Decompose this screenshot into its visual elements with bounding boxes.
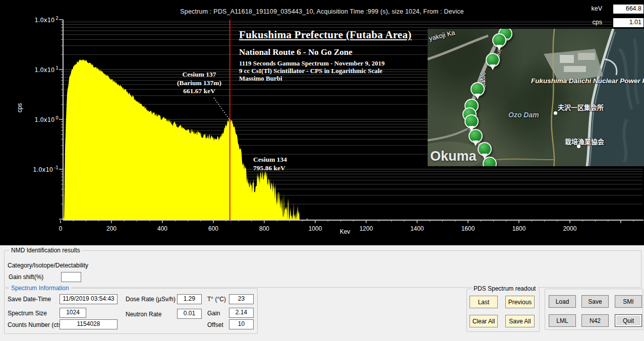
annotation-cesium134: Cesium 134 795.86 keV	[253, 156, 287, 172]
dose-rate-label: Dose Rate (µSv/h)	[126, 296, 175, 303]
control-panel: NMD Identification results Category/Isot…	[0, 245, 644, 341]
x-tick-label: 200	[100, 225, 123, 232]
counts-number-label: Counts Number (cts)	[8, 321, 64, 328]
cs137-leader-line	[214, 98, 229, 119]
annotation-acquisition: 1119 Seconds Gamma Spectrum - November 9…	[239, 59, 412, 67]
pds-button-previous[interactable]: Previous	[505, 296, 535, 308]
cs137-barium: (Barium 137m)	[165, 79, 233, 88]
offset-label: Offset	[207, 321, 223, 328]
location-map[interactable]: yakoji Ka Joban-Line 常磐線 Fukushima Daiic…	[428, 29, 644, 166]
map-poi-dot	[554, 111, 557, 115]
y-tick-label: 1.0x101	[15, 65, 58, 74]
file-actions-group: LoadSaveSMILMLN42Quit	[545, 289, 643, 330]
spectrum-size-field[interactable]: 1024	[60, 308, 86, 318]
dose-rate-field[interactable]: 1.29	[177, 294, 202, 304]
x-tick-label: 0	[49, 225, 72, 232]
annotation-detector: 9 cc CsI(Tl) Scintillator - CPS in Logar…	[239, 67, 412, 75]
gain-shift-label: Gain shift(%)	[9, 274, 43, 281]
spectrum-size-label: Spectrum Size	[8, 310, 47, 317]
pds-button-last[interactable]: Last	[470, 296, 498, 308]
spectrum-info-group-title: Spectrum Information	[9, 285, 71, 292]
annotation-location-title: Fukushima Prefecture (Futaba Area)	[239, 28, 412, 41]
map-label-ozo-dam: Ozo Dam	[508, 111, 539, 119]
cps-readout-field[interactable]: 1.01	[613, 18, 644, 28]
counts-number-field[interactable]: 1154028	[60, 319, 118, 329]
action-button-n42[interactable]: N42	[581, 314, 609, 327]
pds-spectrum-readout-group: PDS Spectrum readout LastPreviousClear A…	[466, 289, 540, 332]
x-tick-label: 400	[151, 225, 173, 232]
x-axis-title: Kev	[334, 228, 356, 235]
map-pin[interactable]	[478, 142, 492, 156]
map-pin[interactable]	[486, 53, 500, 67]
y-tick-label: 1.0x102	[15, 16, 58, 24]
y-axis-title: cps	[16, 103, 23, 113]
map-pin[interactable]	[464, 114, 479, 128]
pds-button-save-all[interactable]: Save All	[505, 315, 535, 327]
x-tick-label: 1400	[406, 225, 428, 232]
cps-readout-label: cps	[587, 19, 602, 26]
action-button-quit[interactable]: Quit	[615, 314, 642, 327]
cs134-energy: 795.86 keV	[253, 164, 287, 173]
kev-readout-label: keV	[587, 5, 602, 12]
category-isotope-label: Category/Isotope/Detectability	[8, 262, 88, 269]
gain-field[interactable]: 2.14	[229, 308, 254, 318]
neutron-rate-label: Neutron Rate	[126, 311, 161, 318]
y-tick-label: 1.0x10-1	[15, 165, 58, 173]
map-road	[428, 127, 470, 141]
x-tick-label: 1800	[508, 225, 530, 232]
app-window: Spectrum : PDS_A11618_191109_035443_10, …	[0, 0, 644, 341]
save-datetime-field[interactable]: 11/9/2019 03:54:43	[60, 294, 118, 304]
offset-field[interactable]: 10	[229, 319, 254, 329]
map-label-nuclear-plant: Fukushima Daiichi Nuclear Power Plant	[531, 77, 644, 85]
map-road-yellow	[551, 29, 555, 166]
map-terrain	[428, 29, 644, 166]
x-tick-label: 2000	[559, 225, 581, 232]
gain-shift-field[interactable]	[61, 272, 81, 282]
temperature-label: T° (°C)	[207, 296, 226, 303]
spectrum-information-group: Spectrum Information Save Date-Time 11/9…	[4, 288, 258, 334]
action-button-smi[interactable]: SMI	[615, 295, 642, 308]
map-label-meeting-hall: 夫沢一区集会所	[558, 102, 604, 112]
x-tick-label: 800	[253, 225, 275, 232]
spectrum-chart-region: Spectrum : PDS_A11618_191109_035443_10, …	[0, 0, 644, 245]
annotation-title-block: Fukushima Prefecture (Futaba Area) Natio…	[239, 28, 412, 82]
nmd-identification-group: NMD Identification results Category/Isot…	[4, 250, 641, 288]
x-tick-label: 1000	[304, 225, 326, 232]
map-label-fishery: 栽培漁業協会	[565, 137, 604, 146]
cs137-name: Cesium 137	[165, 71, 233, 79]
nmd-group-title: NMD Identification results	[9, 247, 82, 254]
annotation-route: National Route 6 - No Go Zone	[239, 47, 412, 57]
pds-group-title: PDS Spectrum readout	[472, 285, 538, 292]
x-tick-label: 1200	[355, 225, 377, 232]
gain-label: Gain	[207, 310, 220, 317]
cs137-energy: 661.67 keV	[165, 87, 233, 96]
neutron-rate-field[interactable]: 0.01	[177, 309, 202, 319]
map-road-yellow	[487, 159, 554, 161]
save-datetime-label: Save Date-Time	[8, 296, 51, 303]
action-button-save[interactable]: Save	[581, 295, 609, 308]
temperature-field[interactable]: 23	[229, 294, 254, 304]
map-label-okuma: Okuma	[430, 149, 477, 164]
action-button-load[interactable]: Load	[549, 295, 576, 308]
map-pin[interactable]	[492, 33, 506, 47]
spectrum-header-title: Spectrum : PDS_A11618_191109_035443_10, …	[0, 8, 644, 15]
map-poi-dot	[577, 145, 580, 148]
cs134-name: Cesium 134	[253, 156, 287, 164]
pds-button-clear-all[interactable]: Clear All	[470, 315, 498, 327]
annotation-cesium137: Cesium 137 (Barium 137m) 661.67 keV	[165, 71, 233, 96]
y-tick-label: 1.0x100	[15, 115, 58, 123]
map-pin[interactable]	[471, 82, 485, 96]
action-button-lml[interactable]: LML	[549, 314, 576, 327]
map-pin[interactable]	[469, 129, 483, 143]
x-tick-label: 600	[202, 225, 224, 232]
annotation-author: Massimo Burbi	[239, 75, 412, 82]
kev-readout-field[interactable]: 664.8	[613, 4, 644, 14]
x-tick-label: 1600	[457, 225, 479, 232]
